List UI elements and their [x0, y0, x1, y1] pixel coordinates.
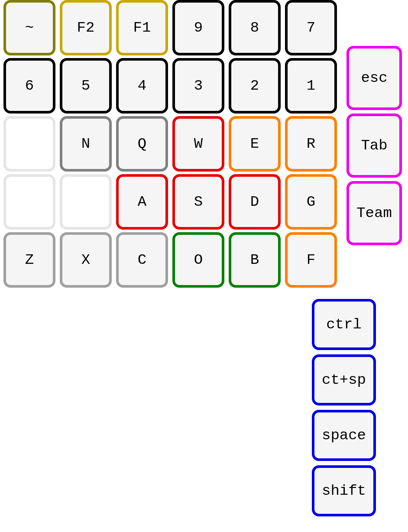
- key-label: 6: [25, 78, 34, 94]
- key-b[interactable]: B: [229, 232, 281, 288]
- key-label: esc: [361, 70, 387, 86]
- key-label: W: [194, 136, 203, 152]
- key-8[interactable]: 8: [229, 0, 281, 55]
- key-label: F: [307, 252, 315, 268]
- key-label: 5: [81, 78, 90, 94]
- key-3[interactable]: 3: [172, 58, 224, 114]
- key-label: D: [250, 194, 259, 210]
- key-9[interactable]: 9: [172, 0, 224, 55]
- key-w[interactable]: W: [172, 116, 224, 172]
- key-ctrl[interactable]: ctrl: [312, 299, 376, 350]
- key-label: B: [250, 252, 259, 268]
- key-label: O: [194, 252, 203, 268]
- key-1[interactable]: 1: [285, 58, 337, 114]
- key-2[interactable]: 2: [229, 58, 281, 114]
- key-s[interactable]: S: [172, 174, 224, 230]
- key-label: ct+sp: [322, 372, 366, 388]
- key-6[interactable]: 6: [3, 58, 55, 114]
- key-shift[interactable]: shift: [312, 465, 376, 516]
- key-label: 7: [307, 19, 315, 36]
- key-label: N: [81, 136, 90, 152]
- key-label: C: [138, 252, 146, 268]
- key-4[interactable]: 4: [116, 58, 168, 114]
- key-label: A: [138, 194, 146, 210]
- key-esc[interactable]: esc: [346, 46, 402, 110]
- key-label: S: [194, 194, 203, 210]
- key-label: F1: [133, 19, 151, 36]
- key-label: Z: [25, 252, 34, 268]
- key-a[interactable]: A: [116, 174, 168, 230]
- key-space[interactable]: space: [312, 410, 376, 461]
- key-n[interactable]: N: [60, 116, 112, 172]
- key-label: R: [307, 136, 315, 152]
- key-label: Team: [356, 205, 392, 221]
- key-g[interactable]: G: [285, 174, 337, 230]
- key-q[interactable]: Q: [116, 116, 168, 172]
- key-label: 4: [138, 78, 146, 94]
- key-label: Q: [138, 136, 146, 152]
- key-label: E: [250, 136, 259, 152]
- key-label: G: [307, 194, 315, 210]
- key-blank-r3-1[interactable]: [3, 116, 55, 172]
- key-label: 8: [250, 19, 259, 36]
- key-label: 9: [194, 19, 203, 36]
- key-tab[interactable]: Tab: [346, 114, 402, 178]
- key-ctrl-space[interactable]: ct+sp: [312, 354, 376, 405]
- key-f[interactable]: F: [285, 232, 337, 288]
- key-r[interactable]: R: [285, 116, 337, 172]
- key-c[interactable]: C: [116, 232, 168, 288]
- key-label: space: [322, 427, 366, 444]
- key-blank-r4-2[interactable]: [60, 174, 112, 230]
- key-f1[interactable]: F1: [116, 0, 168, 55]
- key-label: 1: [307, 78, 315, 94]
- key-z[interactable]: Z: [3, 232, 55, 288]
- key-7[interactable]: 7: [285, 0, 337, 55]
- keyboard-diagram: ~ F2 F1 9 8 7 6 5 4 3 2 1 N Q W: [0, 0, 408, 532]
- key-d[interactable]: D: [229, 174, 281, 230]
- key-team[interactable]: Team: [346, 181, 402, 245]
- key-blank-r4-1[interactable]: [3, 174, 55, 230]
- key-e[interactable]: E: [229, 116, 281, 172]
- key-label: ~: [25, 19, 34, 36]
- key-label: ctrl: [326, 316, 362, 333]
- key-label: shift: [322, 483, 366, 499]
- key-label: 2: [250, 78, 259, 94]
- key-label: 3: [194, 78, 203, 94]
- key-tilde[interactable]: ~: [3, 0, 55, 55]
- key-o[interactable]: O: [172, 232, 224, 288]
- key-label: F2: [77, 19, 95, 36]
- key-label: Tab: [361, 137, 387, 154]
- key-5[interactable]: 5: [60, 58, 112, 114]
- key-label: X: [81, 252, 90, 268]
- key-x[interactable]: X: [60, 232, 112, 288]
- key-f2[interactable]: F2: [60, 0, 112, 55]
